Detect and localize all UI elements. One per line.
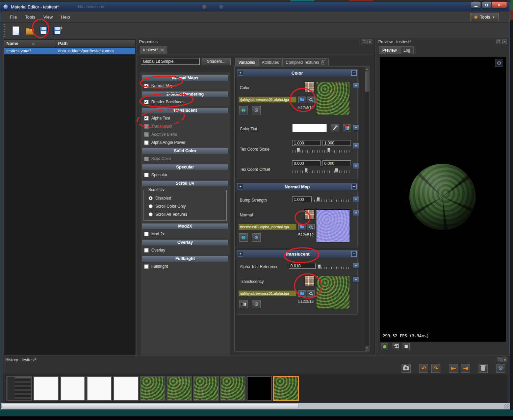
checkbox-row-render-backfaces[interactable]: Render Backfaces xyxy=(142,98,229,106)
color-texture-thumbnail[interactable] xyxy=(316,82,350,115)
gradient-preview-button[interactable] xyxy=(239,300,248,308)
toolbar-grip[interactable] xyxy=(4,24,5,37)
texture-settings-button[interactable]: ⚙ xyxy=(252,106,261,114)
redo-button[interactable]: ↷ xyxy=(431,364,440,373)
checkbox-row-overlay[interactable]: Overlay xyxy=(142,246,229,254)
checkbox-row-normal-map[interactable]: Normal Map xyxy=(142,82,229,90)
radio-row-scroll-all-textures[interactable]: Scroll All Textures xyxy=(146,210,224,218)
close-panel-icon[interactable]: ✕ xyxy=(503,358,507,362)
recompile-texture-button[interactable] xyxy=(239,106,248,114)
offset-x-slider[interactable] xyxy=(292,168,320,173)
scale-x-field[interactable]: 1.000 xyxy=(292,140,320,146)
column-header-name[interactable]: Name △ xyxy=(4,40,55,47)
history-thumbnail[interactable] xyxy=(6,376,32,401)
texture-options-dropdown[interactable]: ▼ xyxy=(353,277,359,283)
browse-texture-button[interactable] xyxy=(298,224,306,230)
history-thumbnail[interactable] xyxy=(140,376,165,401)
translucency-texture-thumbnail[interactable] xyxy=(316,276,350,309)
duplicate-view-button[interactable] xyxy=(392,343,399,350)
delete-button[interactable] xyxy=(479,364,488,373)
new-file-button[interactable] xyxy=(9,24,22,37)
tab-compiled-textures[interactable]: Compiled Textures ✕ xyxy=(282,58,329,66)
scale-x-slider[interactable] xyxy=(292,148,320,153)
normal-texture-path-field[interactable]: treemoss01.alpha_normal.tga xyxy=(238,224,297,230)
menu-view[interactable]: View xyxy=(39,13,57,21)
checkbox[interactable] xyxy=(144,232,149,236)
checkbox-row-mod2x[interactable]: Mod 2x xyxy=(142,230,229,238)
radio-button[interactable] xyxy=(149,196,153,200)
history-thumbnail[interactable] xyxy=(60,376,85,401)
variables-scrollbar[interactable]: ▲ ▼ xyxy=(364,67,369,351)
checkbox[interactable] xyxy=(144,264,149,269)
default-texture-thumbnail[interactable] xyxy=(304,82,314,92)
viewport-settings-button[interactable]: ⚙ xyxy=(495,59,503,67)
translucency-texture-path-field[interactable]: rjal\hyjaltreemoss01.alpha.tga xyxy=(238,290,297,296)
history-thumbnail[interactable] xyxy=(166,376,192,401)
close-tab-icon[interactable]: ✕ xyxy=(160,48,164,52)
scale-y-field[interactable]: 1.000 xyxy=(323,140,351,146)
offset-options-dropdown[interactable]: ▼ xyxy=(353,163,359,169)
tab-testtest[interactable]: testtest* ✕ xyxy=(140,46,167,54)
radio-button[interactable] xyxy=(149,212,153,216)
screenshot-button[interactable] xyxy=(402,364,411,373)
settings-button[interactable]: ⚙ xyxy=(496,364,505,373)
offset-y-slider[interactable] xyxy=(323,168,351,173)
checkbox[interactable] xyxy=(144,173,149,177)
color-picker-button[interactable] xyxy=(343,124,351,132)
tab-log[interactable]: Log xyxy=(400,46,414,54)
bump-strength-slider[interactable] xyxy=(314,198,351,202)
play-indicator-button[interactable] xyxy=(381,343,388,350)
inspect-texture-button[interactable] xyxy=(307,290,315,297)
eyedropper-button[interactable] xyxy=(331,124,339,132)
resize-grip[interactable] xyxy=(504,404,509,409)
collapse-section-icon[interactable]: – xyxy=(351,70,357,76)
history-thumbnail[interactable] xyxy=(220,376,246,401)
column-header-path[interactable]: Path xyxy=(55,41,135,46)
jump-last-button[interactable]: ⇥ xyxy=(461,364,470,373)
scale-y-slider[interactable] xyxy=(323,148,351,153)
history-thumbnail-selected[interactable] xyxy=(273,376,299,401)
bump-options-dropdown[interactable]: ▼ xyxy=(353,196,359,202)
shader-name-field[interactable]: Global Lit Simple xyxy=(141,58,200,65)
translucent-section-header[interactable]: ✦ Translucent – xyxy=(237,250,358,258)
open-file-button[interactable] xyxy=(23,24,36,37)
slider-knob[interactable] xyxy=(305,168,308,173)
inspect-texture-button[interactable] xyxy=(307,97,315,103)
scrollbar-thumb[interactable] xyxy=(1,404,299,408)
scroll-up-icon[interactable]: ▲ xyxy=(365,67,369,72)
default-texture-thumbnail[interactable] xyxy=(304,276,314,286)
texture-options-dropdown[interactable]: ▼ xyxy=(353,210,359,216)
scrollbar-thumb[interactable] xyxy=(365,72,369,91)
color-tint-swatch[interactable] xyxy=(292,124,327,132)
texture-settings-button[interactable]: ⚙ xyxy=(252,233,261,242)
stop-button[interactable] xyxy=(403,343,410,350)
float-panel-icon[interactable]: ❐ xyxy=(362,40,366,44)
checkbox[interactable] xyxy=(144,140,149,145)
history-thumbnail[interactable] xyxy=(33,376,59,401)
offset-y-field[interactable]: 0.000 xyxy=(323,160,351,166)
menu-tools[interactable]: Tools xyxy=(21,13,39,21)
scroll-down-icon[interactable]: ▼ xyxy=(365,346,369,351)
shaders-button[interactable]: Shaders... xyxy=(202,58,231,65)
tab-attributes[interactable]: Attributes xyxy=(258,58,282,66)
tab-variables[interactable]: Variables xyxy=(235,58,258,66)
close-tab-icon[interactable]: ✕ xyxy=(321,60,325,64)
maximize-button[interactable] xyxy=(481,2,491,8)
checkbox[interactable] xyxy=(144,116,149,121)
tools-dropdown-button[interactable]: ✺ Tools ▼ xyxy=(470,13,499,21)
checkbox-row-fullbright[interactable]: Fullbright xyxy=(142,262,229,270)
default-texture-thumbnail[interactable] xyxy=(304,209,314,219)
browse-texture-button[interactable] xyxy=(298,290,306,297)
scale-options-dropdown[interactable]: ▼ xyxy=(353,143,359,149)
checkbox-row-alpha-test[interactable]: Alpha Test xyxy=(142,114,229,122)
tint-options-dropdown[interactable]: ▼ xyxy=(353,125,359,131)
close-button[interactable]: ✕ xyxy=(492,2,507,8)
inspect-texture-button[interactable] xyxy=(307,224,315,230)
normal-map-section-header[interactable]: ✦ Normal Map – xyxy=(237,183,358,190)
menu-file[interactable]: File xyxy=(6,13,21,21)
horizontal-scrollbar[interactable] xyxy=(1,403,510,409)
checkbox[interactable] xyxy=(144,248,149,253)
close-panel-icon[interactable]: ✕ xyxy=(502,40,507,44)
radio-row-scroll-color-only[interactable]: Scroll Color Only xyxy=(146,202,224,210)
slider-knob[interactable] xyxy=(335,168,338,173)
